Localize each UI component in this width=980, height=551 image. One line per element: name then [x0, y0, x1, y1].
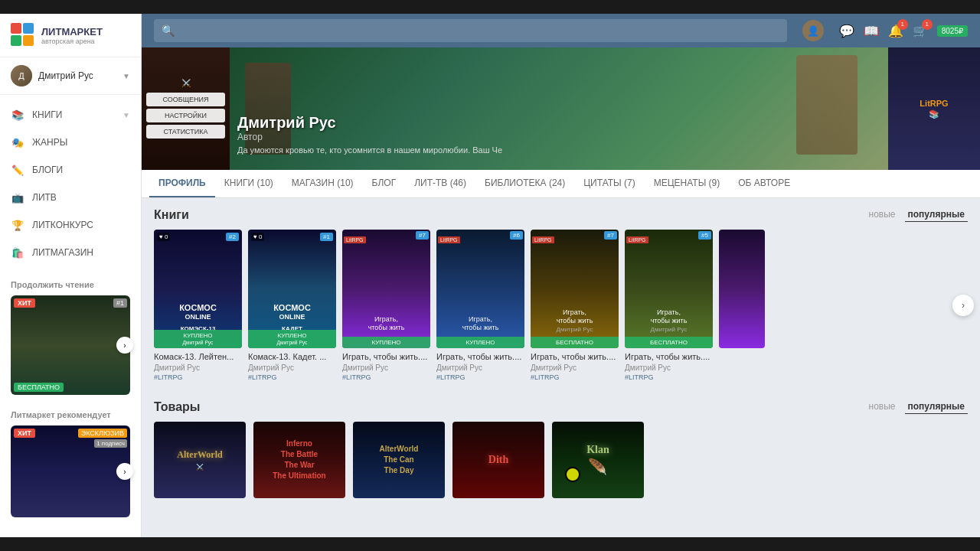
profile-messages-btn[interactable]: СООБЩЕНИЯ [146, 93, 225, 106]
recommend-next-arrow[interactable]: › [116, 463, 133, 480]
heart-2: ♥ 0 [251, 233, 264, 241]
book-card-7[interactable] [719, 230, 765, 381]
number-badge: #1 [113, 298, 127, 308]
genres-icon: 🎭 [11, 135, 24, 149]
litcontest-icon: 🏆 [11, 218, 24, 232]
book-cover-4: Играть,чтобы жить #6 КУПЛЕНО LitRPG [436, 230, 524, 348]
product-card-3[interactable]: AlterWorldThe CanThe Day [353, 422, 445, 498]
avatar: Д [11, 65, 32, 86]
book-author-6: Дмитрий Рус [625, 364, 713, 372]
search-box[interactable]: 🔍 [154, 19, 787, 42]
blogs-icon: ✏️ [11, 163, 24, 177]
library-icon: 📖 [864, 24, 879, 37]
books-filter-new[interactable]: новые [866, 207, 899, 222]
tab-quotes[interactable]: ЦИТАТЫ (7) [574, 170, 644, 197]
continue-reading-card[interactable]: ХИТ #1 БЕСПЛАТНО › [11, 295, 130, 395]
user-chevron-icon: ▼ [122, 72, 130, 80]
user-section[interactable]: Д Дмитрий Рус ▼ [0, 57, 141, 95]
book-author-5: Дмитрий Рус [531, 364, 619, 372]
sidebar-item-blogs[interactable]: ✏️ БЛОГИ [0, 156, 141, 184]
sidebar-item-genres-label: ЖАНРЫ [32, 137, 67, 148]
books-expand-icon: ▼ [122, 111, 130, 119]
recommend-card[interactable]: ХИТ ЭКСКЛЮЗИВ 1 подписч › [11, 425, 130, 517]
sidebar-item-littv[interactable]: 📺 ЛИТВ [0, 184, 141, 211]
sidebar: ЛИТМАРКЕТ авторская арена Д Дмитрий Рус … [0, 14, 142, 537]
product-card-1[interactable]: AlterWorld ⚔️ [154, 422, 246, 498]
product-card-4[interactable]: Dith [452, 422, 544, 498]
svg-rect-2 [11, 35, 21, 46]
tab-shop[interactable]: МАГАЗИН (10) [283, 170, 363, 197]
cart-btn[interactable]: 🛒 1 [913, 24, 928, 38]
sidebar-item-littv-label: ЛИТВ [32, 192, 57, 203]
books-filter-popular[interactable]: популярные [905, 207, 968, 222]
products-filter-new[interactable]: новые [866, 399, 899, 414]
sidebar-logo[interactable]: ЛИТМАРКЕТ авторская арена [0, 14, 141, 57]
book-author-3: Дмитрий Рус [342, 364, 430, 372]
litrpg-logo-4: LitRPG [438, 231, 460, 245]
product-cover-4: Dith [452, 422, 544, 498]
book-tag-1: #LITRPG [154, 373, 242, 381]
recommend-section: Литмаркет рекомендует ХИТ ЭКСКЛЮЗИВ 1 по… [0, 403, 141, 525]
tab-books[interactable]: КНИГИ (10) [215, 170, 283, 197]
user-profile-icon-btn[interactable]: 👤 [799, 17, 827, 44]
purchased-2: КУПЛЕНОДмитрий Рус [248, 330, 336, 348]
profile-role: Автор [237, 132, 502, 142]
books-filter: новые популярные [866, 207, 968, 222]
tab-about[interactable]: ОБ АВТОРЕ [729, 170, 799, 197]
recommend-hit-badge: ХИТ [14, 429, 35, 438]
svg-rect-0 [11, 23, 21, 34]
recommend-count: 1 подписч [94, 439, 127, 448]
book-card-2[interactable]: КОСМОС ONLINE КАДЕТ #1 КУПЛЕНОДмитрий Ру… [248, 230, 336, 381]
tab-patrons[interactable]: МЕЦЕНАТЫ (9) [645, 170, 730, 197]
products-filter-popular[interactable]: популярные [905, 399, 968, 414]
books-next-arrow[interactable]: › [952, 295, 974, 316]
litrpg-logo-5: LitRPG [532, 231, 554, 245]
book-card-6[interactable]: Играть,чтобы жить Дмитрий Рус #5 БЕСПЛАТ… [625, 230, 713, 381]
book-tag-5: #LITRPG [531, 373, 619, 381]
book-card-1[interactable]: КОСМОС ONLINE КОМЭСК-13 #2 КУПЛЕНОДмитри… [154, 230, 242, 381]
book-tag-2: #LITRPG [248, 373, 336, 381]
profile-stats-btn[interactable]: СТАТИСТИКА [146, 125, 225, 139]
tab-blog[interactable]: БЛОГ [363, 170, 406, 197]
balance-display[interactable]: 8025₽ [937, 25, 968, 37]
tab-profile[interactable]: ПРОФИЛЬ [149, 170, 215, 197]
tab-library[interactable]: БИБЛИОТЕКА (24) [475, 170, 574, 197]
product-cover-1: AlterWorld ⚔️ [154, 422, 246, 498]
profile-settings-btn[interactable]: НАСТРОЙКИ [146, 109, 225, 122]
messages-btn[interactable]: 💬 [839, 24, 854, 38]
book-card-3[interactable]: Играть,чтобы жить #7 КУПЛЕНО LitRPG Игра… [342, 230, 430, 381]
book-tag-6: #LITRPG [625, 373, 713, 381]
book-cover-6: Играть,чтобы жить Дмитрий Рус #5 БЕСПЛАТ… [625, 230, 713, 348]
logo-icon [11, 23, 35, 47]
book-title-6: Играть, чтобы жить.... [625, 351, 713, 362]
profile-right-image: LitRPG📚 [888, 47, 980, 170]
products-section-title: Товары [154, 400, 866, 414]
sidebar-item-genres[interactable]: 🎭 ЖАНРЫ [0, 129, 141, 156]
products-section: Товары новые популярные AlterWorld ⚔️ [142, 390, 980, 507]
product-card-2[interactable]: InfernoThe BattleThe WarThe Ultimation [253, 422, 345, 498]
book-card-5[interactable]: Играть,чтобы жить Дмитрий Рус #7 БЕСПЛАТ… [531, 230, 619, 381]
product-card-5[interactable]: Klan 🪶 [552, 422, 644, 498]
notifications-btn[interactable]: 🔔 1 [888, 24, 903, 38]
book-card-4[interactable]: Играть,чтобы жить #6 КУПЛЕНО LitRPG Игра… [436, 230, 524, 381]
sidebar-item-litcontest[interactable]: 🏆 ЛИТКОНКУРС [0, 211, 141, 239]
profile-tabs: ПРОФИЛЬ КНИГИ (10) МАГАЗИН (10) БЛОГ ЛИТ… [142, 170, 980, 198]
book-cover-5: Играть,чтобы жить Дмитрий Рус #7 БЕСПЛАТ… [531, 230, 619, 348]
badge-5: #7 [604, 231, 617, 240]
sidebar-item-books[interactable]: 📚 КНИГИ ▼ [0, 101, 141, 129]
profile-info: Дмитрий Рус Автор Да умоются кровью те, … [237, 114, 502, 155]
books-icon: 📚 [11, 108, 24, 122]
book-cover-1: КОСМОС ONLINE КОМЭСК-13 #2 КУПЛЕНОДмитри… [154, 230, 242, 348]
book-tag-4: #LITRPG [436, 373, 524, 381]
sidebar-item-books-label: КНИГИ [32, 109, 62, 120]
sidebar-item-litshop[interactable]: 🛍️ ЛИТМАГАЗИН [0, 239, 141, 266]
library-btn[interactable]: 📖 [864, 24, 879, 38]
header-icons: 💬 📖 🔔 1 🛒 1 8025₽ [839, 24, 968, 38]
exclusive-badge: ЭКСКЛЮЗИВ [78, 429, 127, 438]
litrpg-logo-6: LitRPG [626, 231, 648, 245]
profile-name: Дмитрий Рус [237, 114, 502, 132]
tab-littv[interactable]: ЛИТ-ТВ (46) [405, 170, 475, 197]
user-name: Дмитрий Рус [38, 70, 122, 81]
purchased-1: КУПЛЕНОДмитрий Рус [154, 330, 242, 348]
continue-next-arrow[interactable]: › [116, 337, 133, 354]
